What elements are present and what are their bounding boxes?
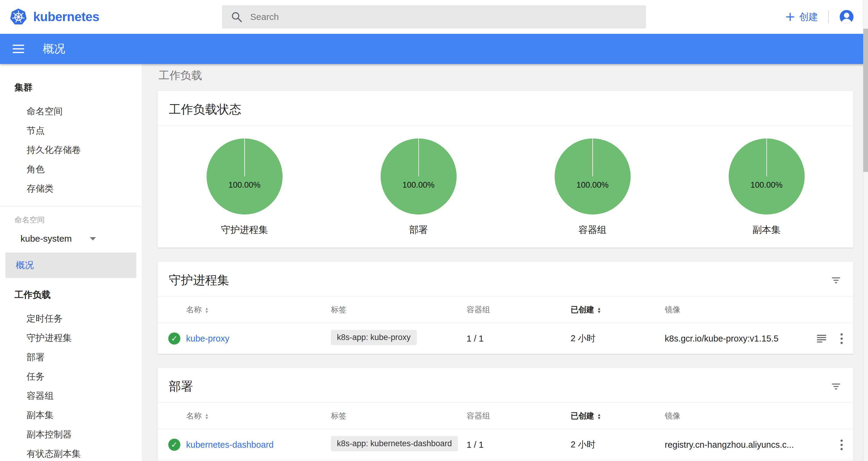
pie-chart-deployments: 100.00% 部署 [332,139,505,236]
created-age: 2 小时 [570,323,665,354]
sidebar-item-jobs[interactable]: 任务 [0,367,142,386]
sidebar-header-workloads: 工作负载 [0,281,142,309]
main-content: 工作负载 工作负载状态 100.00% 守护进程集 100.00% [142,64,868,461]
sidebar-item-namespaces[interactable]: 命名空间 [0,102,142,121]
sidebar-header-cluster: 集群 [0,73,142,102]
pie-percent: 100.00% [750,180,783,190]
column-actions [812,297,854,323]
status-ok-icon: ✓ [168,333,180,344]
deployments-title: 部署 [169,378,193,395]
sidebar-divider [0,206,142,206]
sidebar-item-deployments[interactable]: 部署 [0,347,142,367]
column-name[interactable]: 名称▲▼ [186,297,331,323]
pie-chart-pods: 100.00% 容器组 [505,139,680,236]
account-icon[interactable] [839,9,854,25]
image-name: registry.cn-hangzhou.aliyuncs.c... [665,429,812,460]
brand[interactable]: kubernetes [10,8,99,26]
pie-label: 副本集 [752,223,780,236]
status-ok-icon: ✓ [168,439,180,451]
pie-daemon-sets: 100.00% [207,139,283,215]
namespace-selected-value: kube-system [21,234,72,244]
resource-link-kube-proxy[interactable]: kube-proxy [186,334,229,343]
sidebar-item-replica-sets[interactable]: 副本集 [0,405,142,425]
namespace-selector[interactable]: kube-system [21,230,96,247]
pods-count: 1 / 1 [467,323,570,354]
sort-icon: ▲▼ [597,413,601,420]
workload-status-card: 工作负载状态 100.00% 守护进程集 100.00% 部署 [157,91,854,248]
kubernetes-logo-icon [10,8,27,26]
deployments-table: 名称▲▼ 标签 容器组 已创建▲▼ 镜像 ✓ kubernetes- [157,403,854,461]
chevron-down-icon [90,237,96,241]
column-labels: 标签 [331,297,467,323]
column-pods: 容器组 [467,297,570,323]
pie-percent: 100.00% [576,180,609,190]
table-row-kubernetes-dashboard: ✓ kubernetes-dashboard k8s-app: kubernet… [157,429,854,460]
header-actions: 创建 [785,9,854,25]
created-age: 2 小时 [570,429,665,460]
sort-icon: ▲▼ [205,307,209,313]
create-button[interactable]: 创建 [785,10,818,23]
sidebar-item-daemon-sets[interactable]: 守护进程集 [0,328,142,347]
sort-icon: ▲▼ [597,307,601,313]
column-status [157,297,186,323]
search-icon [231,11,243,23]
sidebar-item-overview[interactable]: 概况 [5,252,136,278]
header-separator [828,10,829,23]
search-input[interactable] [250,12,637,22]
sidebar-item-replication-controllers[interactable]: 副本控制器 [0,425,142,444]
sidebar-item-storage-classes[interactable]: 存储类 [0,179,142,198]
menu-icon[interactable] [13,45,24,53]
pie-chart-replica-sets: 100.00% 副本集 [680,139,854,236]
sidebar-item-pods[interactable]: 容器组 [0,386,142,405]
column-status [157,403,186,429]
sidebar: 集群 命名空间 节点 持久化存储卷 角色 存储类 命名空间 kube-syste… [0,64,142,461]
sort-icon: ▲▼ [205,413,209,420]
filter-icon[interactable] [830,274,842,286]
label-chip: k8s-app: kube-proxy [331,330,417,345]
sidebar-item-nodes[interactable]: 节点 [0,121,142,140]
brand-name: kubernetes [33,10,99,24]
column-created[interactable]: 已创建▲▼ [570,403,665,429]
daemon-sets-table: 名称▲▼ 标签 容器组 已创建▲▼ 镜像 ✓ kube-proxy [157,297,854,354]
column-actions [812,403,854,429]
deployments-card: 部署 [157,368,854,461]
daemon-sets-card: 守护进程集 [157,262,854,354]
search-bar[interactable] [222,5,646,28]
pie-label: 容器组 [579,223,607,236]
pie-percent: 100.00% [228,180,260,190]
app-header: kubernetes 创建 [0,0,868,34]
logs-icon[interactable] [816,333,827,344]
plus-icon [785,12,795,22]
pie-pods: 100.00% [555,139,631,215]
sidebar-item-stateful-sets[interactable]: 有状态副本集 [0,444,142,461]
column-pods: 容器组 [467,403,570,429]
resource-link-kubernetes-dashboard[interactable]: kubernetes-dashboard [186,440,274,450]
namespace-label: 命名空间 [0,208,142,230]
status-charts: 100.00% 守护进程集 100.00% 部署 100.00% [157,126,854,248]
row-menu-icon[interactable] [838,332,846,346]
column-name[interactable]: 名称▲▼ [186,403,331,429]
label-chip: k8s-app: kubernetes-dashboard [331,436,458,451]
pods-count: 1 / 1 [467,429,570,460]
sidebar-item-persistent-volumes[interactable]: 持久化存储卷 [0,140,142,160]
pie-replica-sets: 100.00% [728,139,805,215]
filter-icon[interactable] [830,380,842,393]
pie-deployments: 100.00% [381,139,457,215]
toolbar: 概况 [0,34,868,64]
scrollbar-thumb[interactable] [863,29,868,172]
pie-label: 守护进程集 [221,223,268,236]
pie-chart-daemon-sets: 100.00% 守护进程集 [157,139,332,236]
sidebar-item-cron-jobs[interactable]: 定时任务 [0,309,142,328]
page-title: 概况 [43,41,65,56]
section-heading-workloads: 工作负载 [159,68,854,83]
sidebar-item-roles[interactable]: 角色 [0,160,142,179]
column-images: 镜像 [665,297,812,323]
image-name: k8s.gcr.io/kube-proxy:v1.15.5 [665,323,812,354]
pie-label: 部署 [409,223,428,236]
column-images: 镜像 [665,403,812,429]
scrollbar-track [863,0,868,461]
pie-percent: 100.00% [402,180,435,190]
column-created[interactable]: 已创建▲▼ [570,297,665,323]
table-row-kube-proxy: ✓ kube-proxy k8s-app: kube-proxy 1 / 1 2… [157,323,854,354]
row-menu-icon[interactable] [838,438,846,452]
